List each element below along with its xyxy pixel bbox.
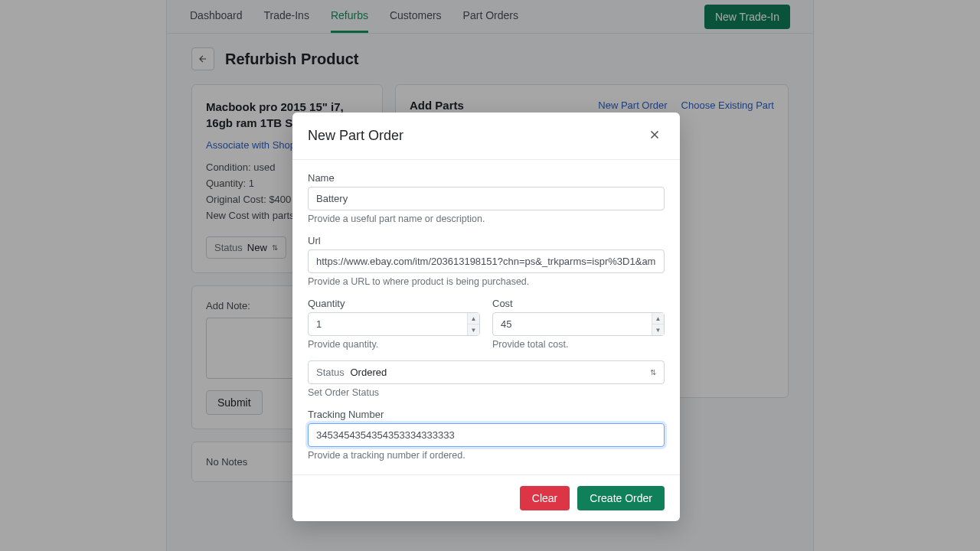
order-status-select[interactable]: Status Ordered ⇅ xyxy=(308,360,665,384)
close-modal-button[interactable] xyxy=(645,125,665,147)
status-help: Set Order Status xyxy=(308,387,665,398)
quantity-label: Quantity xyxy=(308,298,480,309)
cost-input[interactable] xyxy=(492,312,665,336)
cost-label: Cost xyxy=(492,298,665,309)
modal-title: New Part Order xyxy=(308,128,403,144)
chevron-updown-icon: ⇅ xyxy=(650,368,656,377)
quantity-step-up[interactable]: ▲ xyxy=(468,313,479,324)
tracking-input[interactable] xyxy=(308,423,665,447)
cost-help: Provide total cost. xyxy=(492,339,665,350)
tracking-help: Provide a tracking number if ordered. xyxy=(308,450,665,461)
name-input[interactable] xyxy=(308,187,665,210)
name-help: Provide a useful part name or descriptio… xyxy=(308,214,665,224)
clear-button[interactable]: Clear xyxy=(520,486,570,510)
name-label: Name xyxy=(308,172,665,184)
quantity-step-down[interactable]: ▼ xyxy=(468,324,479,335)
cost-step-up[interactable]: ▲ xyxy=(652,313,664,324)
url-label: Url xyxy=(308,235,665,246)
url-input[interactable] xyxy=(308,249,665,273)
quantity-help: Provide quantity. xyxy=(308,339,480,350)
tracking-label: Tracking Number xyxy=(308,409,665,420)
cost-step-down[interactable]: ▼ xyxy=(652,324,664,335)
create-order-button[interactable]: Create Order xyxy=(577,486,665,510)
new-part-order-modal: New Part Order Name Provide a useful par… xyxy=(292,112,680,521)
url-help: Provide a URL to where product is being … xyxy=(308,276,665,287)
close-icon xyxy=(648,128,662,142)
quantity-input[interactable] xyxy=(308,312,480,336)
